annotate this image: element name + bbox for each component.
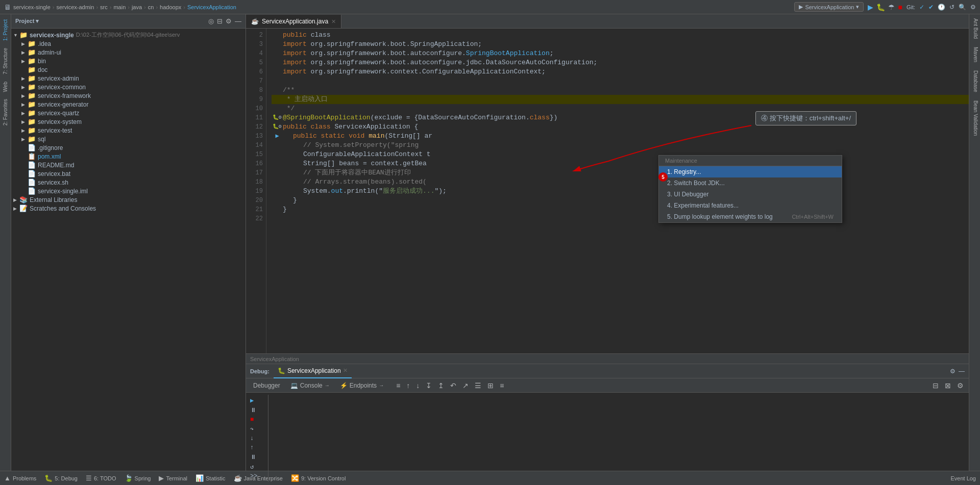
git-check-icon[interactable]: ✓ xyxy=(919,4,924,11)
debug-status-label: 5: Debug xyxy=(55,475,78,481)
tree-servicex-admin[interactable]: ▶ 📁 servicex-admin xyxy=(11,74,246,83)
tree-doc[interactable]: 📁 doc xyxy=(11,65,246,74)
tree-gitignore[interactable]: 📄 .gitignore xyxy=(11,143,246,152)
git-history-icon[interactable]: 🕐 xyxy=(938,4,945,11)
status-spring[interactable]: 🍃 Spring xyxy=(125,474,151,482)
debug-tab-icon: 🐛 xyxy=(278,367,285,374)
bc-servicex-single[interactable]: servicex-single xyxy=(13,4,51,10)
console-tab[interactable]: 💻 Console → xyxy=(286,378,334,393)
left-tab-project[interactable]: 1: Project xyxy=(2,16,9,44)
debug-minimize-icon[interactable]: — xyxy=(959,368,965,375)
menu-item-experimental[interactable]: 4. Experimental features... xyxy=(659,200,842,211)
left-tab-structure[interactable]: 7: Structure xyxy=(2,45,9,78)
debug-settings-icon[interactable]: ⚙ xyxy=(950,368,955,375)
status-problems[interactable]: ▲ Problems xyxy=(4,474,36,482)
tree-admin-ui[interactable]: ▶ 📁 admin-ui xyxy=(11,48,246,57)
tree-servicex-framework[interactable]: ▶ 📁 servicex-framework xyxy=(11,91,246,100)
tree-pom-xml[interactable]: 📋 pom.xml xyxy=(11,152,246,161)
tree-servicex-common[interactable]: ▶ 📁 servicex-common xyxy=(11,83,246,91)
bc-servicex-admin[interactable]: servicex-admin xyxy=(56,4,94,10)
stop-button[interactable]: ■ xyxy=(898,3,902,11)
code-lines[interactable]: public class import org.springframework.… xyxy=(266,29,969,353)
bc-servicexapplication[interactable]: ServicexApplication xyxy=(187,4,236,10)
debug-btn-up[interactable]: ↑ xyxy=(404,380,412,391)
debug-rerun-icon[interactable]: ↺ xyxy=(250,463,266,471)
right-tab-bean-validation[interactable]: Bean Validation xyxy=(969,96,980,140)
debug-btn-down[interactable]: ↓ xyxy=(414,380,422,391)
tree-servicex-system[interactable]: ▶ 📁 servicex-system xyxy=(11,117,246,126)
tree-scratches[interactable]: ▶ 📝 Scratches and Consoles xyxy=(11,204,246,213)
status-terminal[interactable]: ▶ Terminal xyxy=(159,474,187,482)
locate-icon[interactable]: ◎ xyxy=(208,17,214,25)
debug-btn-step-into[interactable]: ↧ xyxy=(424,380,434,391)
endpoints-tab[interactable]: ⚡ Endpoints → xyxy=(336,378,388,393)
debug-btn-jump[interactable]: ↗ xyxy=(460,380,471,391)
debug-btn-frames[interactable]: ☰ xyxy=(473,380,483,391)
debug-btn-restore[interactable]: ≡ xyxy=(394,380,402,391)
status-todo[interactable]: ☰ 6: TODO xyxy=(86,474,116,482)
gear-icon[interactable]: ⚙ xyxy=(226,17,232,25)
right-tab-maven[interactable]: Maven xyxy=(969,43,980,66)
debug-session-tab[interactable]: 🐛 ServicexApplication ✕ xyxy=(274,364,352,378)
debug-resume-icon[interactable]: ▶ xyxy=(250,397,266,404)
debug-pause-icon[interactable]: ⏸ xyxy=(250,406,266,414)
menu-item-switch-jdk[interactable]: 2. Switch Boot JDK... xyxy=(659,177,842,189)
debug-stop-icon[interactable]: ■ xyxy=(250,416,266,423)
bc-hadoopx[interactable]: hadoopx xyxy=(160,4,181,10)
debug-btn-rerun[interactable]: ↶ xyxy=(448,380,458,391)
tree-root[interactable]: ▼ 📁 servicex-single D:\02-工作空间\06-代码空间\0… xyxy=(11,31,246,39)
tree-servicex-bat[interactable]: 📄 servicex.bat xyxy=(11,169,246,178)
debug-more-icon[interactable]: >> xyxy=(250,473,266,480)
settings-icon[interactable]: ⚙ xyxy=(970,4,976,11)
tree-servicex-generator[interactable]: ▶ 📁 servicex-generator xyxy=(11,100,246,109)
debug-btn-settings2[interactable]: ⚙ xyxy=(955,380,966,391)
tree-readme[interactable]: 📄 README.md xyxy=(11,161,246,169)
status-statistic[interactable]: 📊 Statistic xyxy=(195,474,226,482)
debug-btn-layout[interactable]: ⊟ xyxy=(930,380,941,391)
debug-btn-vars[interactable]: ⊞ xyxy=(485,380,496,391)
tree-iml[interactable]: 📄 servicex-single.iml xyxy=(11,187,246,195)
search-icon[interactable]: 🔍 xyxy=(959,4,966,11)
run-button[interactable]: ▶ xyxy=(868,3,873,11)
debug-tab-close[interactable]: ✕ xyxy=(343,367,348,374)
menu-item-dump[interactable]: 5. Dump lookup element weights to log Ct… xyxy=(659,211,842,222)
tree-servicex-test[interactable]: ▶ 📁 servicex-test xyxy=(11,126,246,135)
bc-src[interactable]: src xyxy=(100,4,108,10)
bc-main[interactable]: main xyxy=(113,4,126,10)
tree-servicex-quartz[interactable]: ▶ 📁 servicex-quartz xyxy=(11,109,246,117)
debug-step-over-icon[interactable]: ↷ xyxy=(250,425,266,433)
collapse-icon[interactable]: ⊟ xyxy=(217,17,223,25)
bc-cn[interactable]: cn xyxy=(148,4,154,10)
tab-close-button[interactable]: ✕ xyxy=(331,18,336,25)
left-tab-favorites[interactable]: 2: Favorites xyxy=(2,96,9,129)
tree-servicex-sh[interactable]: 📄 servicex.sh xyxy=(11,178,246,187)
sql-label: sql xyxy=(38,136,45,143)
git-tick-icon[interactable]: ✔ xyxy=(928,4,934,11)
bc-java[interactable]: java xyxy=(132,4,142,10)
coverage-button[interactable]: ☂ xyxy=(888,3,895,11)
debug-btn-close-all[interactable]: ⊠ xyxy=(943,380,953,391)
tree-sql[interactable]: ▶ 📁 sql xyxy=(11,135,246,143)
debug-button[interactable]: 🐛 xyxy=(876,3,885,11)
tree-idea[interactable]: ▶ 📁 .idea xyxy=(11,39,246,48)
debug-btn-watches[interactable]: ≡ xyxy=(498,380,506,391)
code-line-15: ConfigurableApplicationContext t xyxy=(272,150,969,159)
editor-tab-servicexapplication[interactable]: ☕ ServicexApplication.java ✕ xyxy=(246,15,341,28)
debug-step-out-icon[interactable]: ↑ xyxy=(250,444,266,451)
debug-step-in-icon[interactable]: ↓ xyxy=(250,435,266,442)
left-tab-web[interactable]: Web xyxy=(2,79,9,95)
run-config-selector[interactable]: ▶ ServicexApplication ▾ xyxy=(794,2,864,12)
status-debug[interactable]: 🐛 5: Debug xyxy=(44,474,78,482)
right-tab-ant-build[interactable]: Ant Build xyxy=(969,14,980,43)
tree-bin[interactable]: ▶ 📁 bin xyxy=(11,57,246,65)
menu-item-registry[interactable]: 1. Registry... xyxy=(659,166,842,177)
debug-btn-step-out[interactable]: ↥ xyxy=(436,380,446,391)
menu-item-ui-debugger[interactable]: 3. UI Debugger xyxy=(659,189,842,200)
tree-external-libs[interactable]: ▶ 📚 External Libraries xyxy=(11,195,246,204)
minimize-icon[interactable]: — xyxy=(235,17,241,25)
debugger-tab[interactable]: Debugger xyxy=(249,378,284,393)
editor-content[interactable]: 2 3 4 5 6 7 8 9 10 11 12 13 14 15 xyxy=(246,29,969,353)
debug-pause2-icon[interactable]: ⏸ xyxy=(250,453,266,461)
git-revert-icon[interactable]: ↺ xyxy=(949,4,954,11)
right-tab-database[interactable]: Database xyxy=(969,66,980,96)
